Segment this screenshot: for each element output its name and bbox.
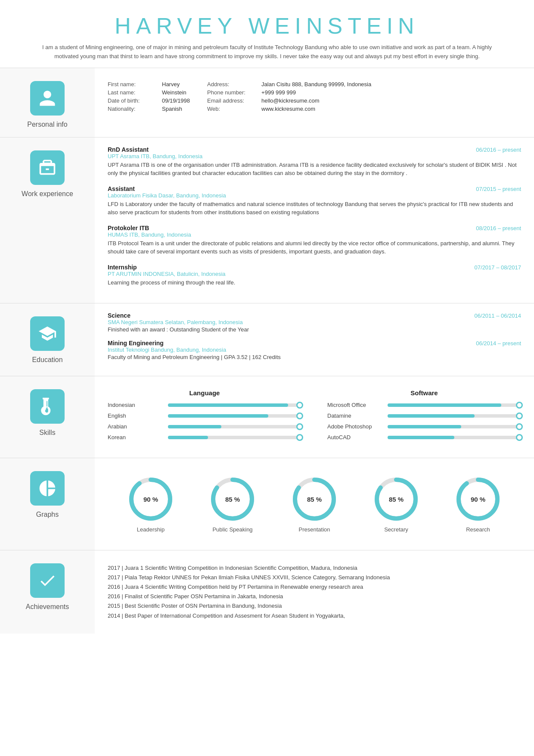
pie-chart-icon (38, 479, 57, 498)
skill-indonesian-name: Indonesian (108, 402, 164, 408)
info-web: Web: www.kickresume.com (207, 106, 371, 112)
skill-msoffice-name: Microsoft Office (327, 402, 383, 408)
email-label: Email address: (207, 97, 259, 104)
education-label: Education (32, 356, 62, 364)
info-address: Address: Jalan Cisitu 888, Bandung 99999… (207, 81, 371, 87)
graduation-icon (38, 324, 57, 343)
dob-label: Date of birth: (108, 97, 159, 104)
skill-autocad: AutoCAD (327, 434, 521, 440)
candidate-bio: I am a student of Mining engineering, on… (34, 43, 500, 61)
address-label: Address: (207, 81, 259, 87)
person-icon (38, 89, 57, 108)
briefcase-icon (38, 158, 57, 177)
edu-mining: Mining Engineering 06/2014 – present Ins… (108, 340, 521, 360)
edu-science-date: 06/2011 – 06/2014 (475, 312, 521, 319)
skill-arabian-bar (168, 425, 301, 428)
personal-label: Personal info (27, 121, 67, 128)
skill-msoffice-bar (388, 403, 521, 407)
personal-icon (30, 81, 65, 116)
job-rnd-date: 06/2016 – present (476, 147, 521, 153)
skill-autocad-bar (388, 436, 521, 439)
job-assistant-company: Laboratorium Fisika Dasar, Bandung, Indo… (108, 192, 521, 199)
achievement-item-6: 2014 | Best Paper of International Compe… (108, 611, 521, 621)
edu-mining-header: Mining Engineering 06/2014 – present (108, 340, 521, 347)
skill-indonesian-dot (296, 402, 303, 409)
job-assistant-header: Assistant 07/2015 – present (108, 185, 521, 192)
job-internship-date: 07/2017 – 08/2017 (475, 264, 521, 271)
skill-arabian-fill (168, 425, 221, 428)
software-col: Software Microsoft Office Datamine (327, 389, 521, 445)
job-protokoler-date: 08/2016 – present (476, 225, 521, 231)
job-assistant-desc: LFD is Laboratory under the faculty of m… (108, 200, 521, 217)
job-internship-company: PT ARUTMIN INDONESIA, Batulicin, Indones… (108, 271, 521, 277)
flask-icon (38, 397, 57, 416)
achievement-item-5: 2015 | Best Scientific Poster of OSN Per… (108, 601, 521, 611)
skill-korean-dot (296, 434, 303, 441)
donut-publicspeaking: 85 % (209, 475, 256, 523)
header-section: HARVEY WEINSTEIN I am a student of Minin… (0, 0, 534, 68)
job-rnd-title: RnD Assistant (108, 146, 149, 153)
job-internship-header: Internship 07/2017 – 08/2017 (108, 264, 521, 271)
education-section: Education Science 06/2011 – 06/2014 SMA … (0, 303, 534, 376)
achievements-label: Achievements (26, 603, 69, 611)
personal-info-grid: First name: Harvey Last name: Weinstein … (108, 77, 521, 116)
personal-info-content: First name: Harvey Last name: Weinstein … (95, 68, 534, 137)
graphs-label: Graphs (36, 511, 59, 519)
education-icon (30, 316, 65, 351)
graphs-section: Graphs 90 % Leadership (0, 458, 534, 550)
achievements-text: 2017 | Juara 1 Scientific Writing Compet… (108, 559, 521, 625)
nationality-label: Nationality: (108, 106, 159, 112)
skills-grid: Language Indonesian English (108, 385, 521, 449)
graph-research: 90 % Research (454, 475, 502, 533)
edu-science-header: Science 06/2011 – 06/2014 (108, 312, 521, 319)
achievement-item-4: 2016 | Finalist of Scientific Paper OSN … (108, 592, 521, 601)
edu-science-title: Science (108, 312, 130, 319)
personal-left: Personal info (0, 68, 95, 137)
skills-icon (30, 389, 65, 424)
donut-research-label: 90 % (471, 496, 485, 503)
phone-value: +999 999 999 (261, 89, 296, 96)
achievements-content: 2017 | Juara 1 Scientific Writing Compet… (95, 550, 534, 634)
skill-arabian: Arabian (108, 423, 301, 430)
skill-autocad-name: AutoCAD (327, 434, 383, 440)
job-rnd-desc: UPT Asrama ITB is one of the organisatio… (108, 161, 521, 178)
skill-msoffice: Microsoft Office (327, 402, 521, 408)
donut-presentation: 85 % (291, 475, 338, 523)
graph-secretary-name: Secretary (384, 526, 408, 533)
info-nationality: Nationality: Spanish (108, 106, 190, 112)
work-content: RnD Assistant 06/2016 – present UPT Asra… (95, 137, 534, 303)
donut-secretary-label: 85 % (389, 496, 404, 503)
dob-value: 09/19/1998 (162, 97, 190, 104)
skills-section: Skills Language Indonesian English (0, 376, 534, 458)
graph-secretary: 85 % Secretary (373, 475, 420, 533)
skill-photoshop-dot (516, 423, 523, 430)
job-assistant: Assistant 07/2015 – present Laboratorium… (108, 185, 521, 217)
skill-english-name: English (108, 412, 164, 419)
skill-english-bar (168, 414, 301, 418)
job-protokoler-header: Protokoler ITB 08/2016 – present (108, 225, 521, 231)
skill-msoffice-fill (388, 403, 501, 407)
skill-korean: Korean (108, 434, 301, 440)
skill-english-dot (296, 412, 303, 419)
skill-datamine-dot (516, 412, 523, 419)
donut-leadership: 90 % (127, 475, 174, 523)
skill-arabian-dot (296, 423, 303, 430)
skills-label: Skills (39, 429, 55, 437)
edu-mining-desc: Faculty of Mining and Petroleum Engineer… (108, 354, 521, 360)
graph-publicspeaking-name: Public Speaking (212, 526, 252, 533)
graph-publicspeaking: 85 % Public Speaking (209, 475, 256, 533)
graph-leadership-name: Leadership (137, 526, 165, 533)
work-label: Work experience (22, 190, 73, 198)
education-left: Education (0, 303, 95, 376)
skill-arabian-name: Arabian (108, 423, 164, 430)
nationality-value: Spanish (162, 106, 182, 112)
job-internship: Internship 07/2017 – 08/2017 PT ARUTMIN … (108, 264, 521, 287)
job-protokoler-company: HUMAS ITB, Bandung, Indonesia (108, 231, 521, 238)
edu-science-desc: Finished with an award : Outstanding Stu… (108, 326, 521, 333)
lastname-value: Weinstein (162, 89, 186, 96)
skill-indonesian: Indonesian (108, 402, 301, 408)
job-protokoler-desc: ITB Protocol Team is a unit under the di… (108, 239, 521, 256)
skill-korean-bar (168, 436, 301, 439)
firstname-label: First name: (108, 81, 159, 87)
edu-science: Science 06/2011 – 06/2014 SMA Negeri Sum… (108, 312, 521, 333)
